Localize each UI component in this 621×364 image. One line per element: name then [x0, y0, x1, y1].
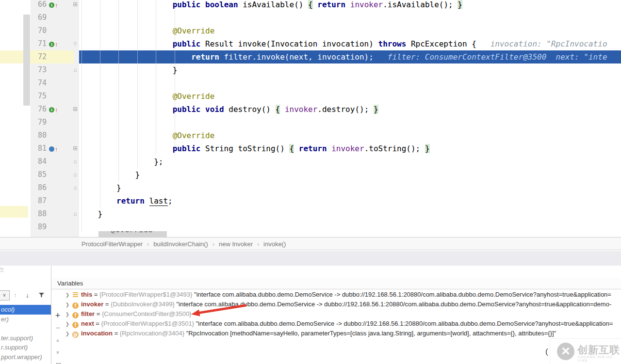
gutter-row[interactable]: 79	[31, 116, 79, 129]
line-number[interactable]: 72	[31, 50, 47, 63]
code-line[interactable]	[79, 11, 621, 24]
override-marker[interactable]: ↑	[49, 142, 58, 155]
gutter-row[interactable]: 74	[31, 77, 79, 90]
line-number[interactable]: 86	[31, 181, 47, 194]
editor-gutter[interactable]: 661↑⊞6970711↑⌂7273⌂7475761↑⊞798081↑⊞84⌂8…	[31, 0, 80, 237]
add-watch-icon[interactable]: +	[51, 311, 64, 320]
gutter-row[interactable]: 70	[31, 24, 79, 37]
implementing-method-icon[interactable]: 1	[49, 2, 54, 8]
stack-frame-item[interactable]: pport.wrapper)	[0, 352, 51, 362]
expand-chevron-icon[interactable]: ❯	[64, 319, 71, 329]
gutter-row[interactable]: 85⌂	[31, 168, 79, 181]
variable-row[interactable]: ❯finvoker = {DubboInvoker@3499} "interfa…	[64, 300, 621, 309]
code-line[interactable]: public String toString() { return invoke…	[79, 142, 621, 155]
line-number[interactable]: 89	[31, 221, 47, 234]
navigate-up-icon[interactable]: ↑	[55, 0, 58, 12]
code-line[interactable]: };	[79, 155, 621, 168]
remove-watch-icon[interactable]: −	[51, 324, 64, 332]
code-editor[interactable]: 661↑⊞6970711↑⌂7273⌂7475761↑⊞798081↑⊞84⌂8…	[0, 0, 621, 237]
variable-row[interactable]: ❯fnext = {ProtocolFilterWrapper$1@3501} …	[64, 319, 621, 329]
fold-marker-icon[interactable]: ⌂	[71, 63, 79, 77]
code-line[interactable]: }	[79, 181, 621, 194]
code-area[interactable]: @Override public boolean isAvailable() {…	[79, 0, 621, 237]
gutter-row[interactable]: 89	[31, 221, 79, 234]
line-number[interactable]: 73	[31, 63, 47, 77]
code-line[interactable]: public boolean isAvailable() { return in…	[79, 0, 621, 11]
breadcrumb-item[interactable]: invoke()	[263, 240, 286, 248]
override-marker[interactable]: 1↑	[49, 103, 58, 116]
line-number[interactable]: 80	[31, 129, 47, 142]
expand-chevron-icon[interactable]: ❯	[64, 290, 71, 300]
line-number[interactable]: 66	[31, 0, 47, 11]
overriding-method-icon[interactable]	[49, 146, 54, 152]
navigate-up-icon[interactable]: ↑	[55, 142, 58, 156]
override-marker[interactable]: 1↑	[49, 0, 58, 11]
expand-chevron-icon[interactable]: ❯	[64, 329, 71, 338]
line-number[interactable]: 81	[31, 142, 47, 155]
line-number[interactable]: 69	[31, 11, 47, 24]
navigate-up-icon[interactable]: ↑	[55, 38, 58, 51]
stack-frame-item[interactable]	[0, 324, 51, 333]
line-number[interactable]: 75	[31, 90, 47, 103]
implementing-method-icon[interactable]: 1	[49, 107, 54, 112]
breadcrumb-item[interactable]: new Invoker	[219, 240, 253, 248]
line-number[interactable]: 76	[31, 103, 47, 116]
breadcrumb-item[interactable]: buildInvokerChain()	[153, 240, 208, 248]
stack-frame-item[interactable]: er)	[0, 315, 51, 324]
code-line[interactable]: }	[79, 63, 621, 77]
fold-marker-icon[interactable]: ⊞	[71, 103, 79, 116]
code-line[interactable]: return last;	[79, 194, 621, 207]
line-number[interactable]: 74	[31, 77, 47, 90]
expand-chevron-icon[interactable]: ❯	[64, 310, 71, 319]
stack-frame-item[interactable]: ter.support)	[0, 333, 51, 343]
gutter-row[interactable]: 711↑⌂	[31, 37, 79, 50]
code-line[interactable]: }	[79, 168, 621, 181]
filter-funnel-icon[interactable]	[38, 292, 45, 303]
line-number[interactable]: 85	[31, 168, 47, 181]
code-line[interactable]: public Result invoke(Invocation invocati…	[79, 37, 621, 50]
editor-scrollbar[interactable]	[23, 15, 30, 106]
gutter-row[interactable]: 72	[31, 50, 79, 63]
gutter-row[interactable]: 81↑⊞	[31, 142, 79, 155]
fold-marker-icon[interactable]: ⌂	[71, 37, 79, 50]
expand-chevron-icon[interactable]: ❯	[64, 300, 71, 309]
navigate-up-icon[interactable]: ↑	[55, 103, 58, 116]
code-line[interactable]	[79, 116, 621, 129]
code-line[interactable]: @Override	[79, 129, 621, 142]
code-line[interactable]: @Override	[79, 90, 621, 103]
gutter-row[interactable]: 661↑⊞	[31, 0, 79, 11]
frame-down-icon[interactable]: ↓	[26, 290, 29, 301]
gutter-row[interactable]: 73⌂	[31, 63, 79, 77]
gutter-row[interactable]: 75	[31, 90, 79, 103]
move-down-icon[interactable]: ▼	[51, 350, 64, 355]
fold-marker-icon[interactable]: ⌂	[71, 155, 79, 168]
gutter-row[interactable]: 761↑⊞	[31, 103, 79, 116]
variables-list[interactable]: ❯this = {ProtocolFilterWrapper$1@3493} "…	[64, 290, 621, 338]
frames-list[interactable]: ocol)er)ter.support)r.support)pport.wrap…	[0, 305, 51, 362]
code-line[interactable]: @Override	[79, 24, 621, 37]
gutter-row[interactable]: 84⌂	[31, 155, 79, 168]
move-up-icon[interactable]: ▲	[51, 337, 64, 343]
line-number[interactable]: 70	[31, 24, 47, 37]
gutter-row[interactable]: 80	[31, 129, 79, 142]
line-number[interactable]: 71	[31, 37, 47, 50]
gutter-row[interactable]: 69	[31, 11, 79, 24]
stack-frame-item[interactable]: r.support)	[0, 343, 51, 352]
fold-marker-icon[interactable]: ⊞	[71, 142, 79, 155]
variable-row[interactable]: ❯ffilter = {ConsumerContextFilter@3500}	[64, 309, 621, 319]
gutter-row[interactable]: 86⌂	[31, 181, 79, 194]
code-line[interactable]: return filter.invoke(next, invocation); …	[79, 50, 621, 63]
breadcrumb-item[interactable]: ProtocolFilterWrapper	[82, 240, 143, 248]
line-number[interactable]: 84	[31, 155, 47, 168]
variable-row[interactable]: ❯this = {ProtocolFilterWrapper$1@3493} "…	[64, 290, 621, 300]
fold-marker-icon[interactable]: ⊞	[71, 0, 79, 11]
gutter-row[interactable]: 88⌂	[31, 207, 79, 221]
variable-row[interactable]: ❯pinvocation = {RpcInvocation@3404} "Rpc…	[64, 329, 621, 338]
override-marker[interactable]: 1↑	[49, 37, 58, 50]
frame-up-icon[interactable]: ↑	[14, 290, 17, 301]
fold-marker-icon[interactable]: ⌂	[71, 181, 79, 194]
line-number[interactable]: 79	[31, 116, 47, 129]
fold-marker-icon[interactable]: ⌂	[71, 168, 79, 181]
line-number[interactable]: 87	[31, 194, 47, 207]
fold-marker-icon[interactable]: ⌂	[71, 207, 79, 221]
